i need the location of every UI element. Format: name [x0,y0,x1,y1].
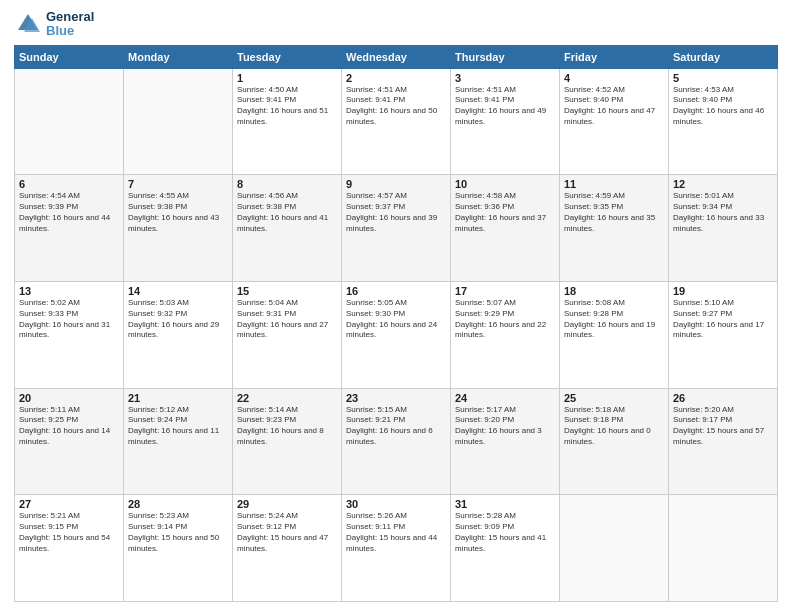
day-info: Sunrise: 4:52 AM Sunset: 9:40 PM Dayligh… [564,85,664,128]
day-number: 9 [346,178,446,190]
calendar-week-row: 6Sunrise: 4:54 AM Sunset: 9:39 PM Daylig… [15,175,778,282]
calendar-day-27: 27Sunrise: 5:21 AM Sunset: 9:15 PM Dayli… [15,495,124,602]
calendar-table: SundayMondayTuesdayWednesdayThursdayFrid… [14,45,778,602]
calendar-day-8: 8Sunrise: 4:56 AM Sunset: 9:38 PM Daylig… [233,175,342,282]
day-number: 24 [455,392,555,404]
day-info: Sunrise: 4:58 AM Sunset: 9:36 PM Dayligh… [455,191,555,234]
day-number: 31 [455,498,555,510]
day-info: Sunrise: 5:20 AM Sunset: 9:17 PM Dayligh… [673,405,773,448]
calendar-day-31: 31Sunrise: 5:28 AM Sunset: 9:09 PM Dayli… [451,495,560,602]
calendar-header-saturday: Saturday [669,45,778,68]
day-number: 14 [128,285,228,297]
day-number: 1 [237,72,337,84]
day-info: Sunrise: 4:51 AM Sunset: 9:41 PM Dayligh… [455,85,555,128]
day-info: Sunrise: 5:15 AM Sunset: 9:21 PM Dayligh… [346,405,446,448]
day-info: Sunrise: 5:17 AM Sunset: 9:20 PM Dayligh… [455,405,555,448]
calendar-day-3: 3Sunrise: 4:51 AM Sunset: 9:41 PM Daylig… [451,68,560,175]
calendar-day-12: 12Sunrise: 5:01 AM Sunset: 9:34 PM Dayli… [669,175,778,282]
calendar-day-14: 14Sunrise: 5:03 AM Sunset: 9:32 PM Dayli… [124,281,233,388]
day-number: 13 [19,285,119,297]
day-number: 22 [237,392,337,404]
logo: General Blue [14,10,94,39]
calendar-day-10: 10Sunrise: 4:58 AM Sunset: 9:36 PM Dayli… [451,175,560,282]
day-number: 7 [128,178,228,190]
calendar-header-monday: Monday [124,45,233,68]
calendar-day-7: 7Sunrise: 4:55 AM Sunset: 9:38 PM Daylig… [124,175,233,282]
day-info: Sunrise: 4:57 AM Sunset: 9:37 PM Dayligh… [346,191,446,234]
day-info: Sunrise: 5:14 AM Sunset: 9:23 PM Dayligh… [237,405,337,448]
calendar-day-25: 25Sunrise: 5:18 AM Sunset: 9:18 PM Dayli… [560,388,669,495]
calendar-day-2: 2Sunrise: 4:51 AM Sunset: 9:41 PM Daylig… [342,68,451,175]
day-info: Sunrise: 5:08 AM Sunset: 9:28 PM Dayligh… [564,298,664,341]
day-info: Sunrise: 4:56 AM Sunset: 9:38 PM Dayligh… [237,191,337,234]
day-info: Sunrise: 5:10 AM Sunset: 9:27 PM Dayligh… [673,298,773,341]
day-number: 2 [346,72,446,84]
day-info: Sunrise: 5:23 AM Sunset: 9:14 PM Dayligh… [128,511,228,554]
day-info: Sunrise: 5:11 AM Sunset: 9:25 PM Dayligh… [19,405,119,448]
day-number: 29 [237,498,337,510]
day-info: Sunrise: 5:04 AM Sunset: 9:31 PM Dayligh… [237,298,337,341]
calendar-empty-cell [15,68,124,175]
day-number: 18 [564,285,664,297]
calendar-day-19: 19Sunrise: 5:10 AM Sunset: 9:27 PM Dayli… [669,281,778,388]
calendar-day-24: 24Sunrise: 5:17 AM Sunset: 9:20 PM Dayli… [451,388,560,495]
logo-icon [14,10,42,38]
day-info: Sunrise: 5:18 AM Sunset: 9:18 PM Dayligh… [564,405,664,448]
calendar-header-tuesday: Tuesday [233,45,342,68]
day-info: Sunrise: 5:26 AM Sunset: 9:11 PM Dayligh… [346,511,446,554]
day-info: Sunrise: 5:24 AM Sunset: 9:12 PM Dayligh… [237,511,337,554]
day-info: Sunrise: 4:50 AM Sunset: 9:41 PM Dayligh… [237,85,337,128]
calendar-day-22: 22Sunrise: 5:14 AM Sunset: 9:23 PM Dayli… [233,388,342,495]
day-number: 20 [19,392,119,404]
day-number: 27 [19,498,119,510]
calendar-day-6: 6Sunrise: 4:54 AM Sunset: 9:39 PM Daylig… [15,175,124,282]
calendar-day-21: 21Sunrise: 5:12 AM Sunset: 9:24 PM Dayli… [124,388,233,495]
day-number: 25 [564,392,664,404]
calendar-day-28: 28Sunrise: 5:23 AM Sunset: 9:14 PM Dayli… [124,495,233,602]
day-number: 3 [455,72,555,84]
calendar-day-26: 26Sunrise: 5:20 AM Sunset: 9:17 PM Dayli… [669,388,778,495]
calendar-week-row: 20Sunrise: 5:11 AM Sunset: 9:25 PM Dayli… [15,388,778,495]
calendar-week-row: 13Sunrise: 5:02 AM Sunset: 9:33 PM Dayli… [15,281,778,388]
calendar-empty-cell [124,68,233,175]
logo-text: General Blue [46,10,94,39]
calendar-day-18: 18Sunrise: 5:08 AM Sunset: 9:28 PM Dayli… [560,281,669,388]
day-number: 16 [346,285,446,297]
day-number: 23 [346,392,446,404]
day-number: 15 [237,285,337,297]
calendar-header-wednesday: Wednesday [342,45,451,68]
calendar-day-23: 23Sunrise: 5:15 AM Sunset: 9:21 PM Dayli… [342,388,451,495]
calendar-day-1: 1Sunrise: 4:50 AM Sunset: 9:41 PM Daylig… [233,68,342,175]
day-info: Sunrise: 4:55 AM Sunset: 9:38 PM Dayligh… [128,191,228,234]
day-info: Sunrise: 4:54 AM Sunset: 9:39 PM Dayligh… [19,191,119,234]
day-info: Sunrise: 5:05 AM Sunset: 9:30 PM Dayligh… [346,298,446,341]
calendar-day-20: 20Sunrise: 5:11 AM Sunset: 9:25 PM Dayli… [15,388,124,495]
day-info: Sunrise: 5:07 AM Sunset: 9:29 PM Dayligh… [455,298,555,341]
day-info: Sunrise: 5:12 AM Sunset: 9:24 PM Dayligh… [128,405,228,448]
calendar-day-15: 15Sunrise: 5:04 AM Sunset: 9:31 PM Dayli… [233,281,342,388]
calendar-day-29: 29Sunrise: 5:24 AM Sunset: 9:12 PM Dayli… [233,495,342,602]
day-info: Sunrise: 5:01 AM Sunset: 9:34 PM Dayligh… [673,191,773,234]
calendar-empty-cell [669,495,778,602]
calendar-header-thursday: Thursday [451,45,560,68]
day-info: Sunrise: 5:21 AM Sunset: 9:15 PM Dayligh… [19,511,119,554]
day-number: 17 [455,285,555,297]
calendar-day-9: 9Sunrise: 4:57 AM Sunset: 9:37 PM Daylig… [342,175,451,282]
calendar-header-sunday: Sunday [15,45,124,68]
calendar-day-13: 13Sunrise: 5:02 AM Sunset: 9:33 PM Dayli… [15,281,124,388]
calendar-day-16: 16Sunrise: 5:05 AM Sunset: 9:30 PM Dayli… [342,281,451,388]
day-number: 11 [564,178,664,190]
calendar-day-5: 5Sunrise: 4:53 AM Sunset: 9:40 PM Daylig… [669,68,778,175]
calendar-day-11: 11Sunrise: 4:59 AM Sunset: 9:35 PM Dayli… [560,175,669,282]
day-number: 12 [673,178,773,190]
calendar-empty-cell [560,495,669,602]
day-info: Sunrise: 5:03 AM Sunset: 9:32 PM Dayligh… [128,298,228,341]
calendar-week-row: 1Sunrise: 4:50 AM Sunset: 9:41 PM Daylig… [15,68,778,175]
calendar-week-row: 27Sunrise: 5:21 AM Sunset: 9:15 PM Dayli… [15,495,778,602]
day-number: 30 [346,498,446,510]
day-number: 26 [673,392,773,404]
day-info: Sunrise: 4:51 AM Sunset: 9:41 PM Dayligh… [346,85,446,128]
day-number: 4 [564,72,664,84]
day-number: 6 [19,178,119,190]
day-number: 28 [128,498,228,510]
